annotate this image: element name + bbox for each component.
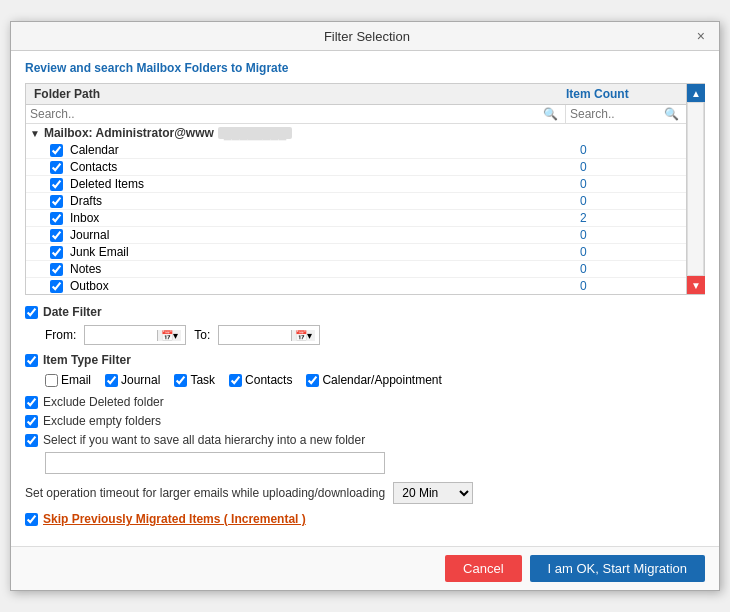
scroll-up-button[interactable]: ▲ — [687, 84, 705, 102]
folder-name-cell: Outbox — [30, 279, 580, 293]
folder-checkbox[interactable] — [50, 195, 63, 208]
item-type-filter-section: Item Type Filter Email Journal Task Con — [25, 353, 705, 387]
dialog-title: Filter Selection — [41, 29, 693, 44]
scroll-down-button[interactable]: ▼ — [687, 276, 705, 294]
date-filter-row: Date Filter — [25, 305, 705, 319]
date-filter-checkbox[interactable] — [25, 306, 38, 319]
to-date-input[interactable]: 6/28/2018 — [223, 328, 288, 342]
exclude-empty-row: Exclude empty folders — [25, 414, 705, 428]
table-row: Calendar 0 — [26, 142, 704, 159]
folder-name: Journal — [70, 228, 109, 242]
task-checkbox[interactable] — [174, 374, 187, 387]
table-row: Drafts 0 — [26, 193, 704, 210]
save-hierarchy-checkbox[interactable] — [25, 434, 38, 447]
exclude-deleted-checkbox[interactable] — [25, 396, 38, 409]
folder-count: 0 — [580, 228, 700, 242]
date-range-row: From: 5/ 2/2018 📅▾ To: 6/28/2018 📅▾ — [45, 325, 705, 345]
expand-icon: ▼ — [30, 128, 40, 139]
folder-name: Junk Email — [70, 245, 129, 259]
folder-search-input[interactable] — [30, 107, 543, 121]
from-date-wrapper: 5/ 2/2018 📅▾ — [84, 325, 186, 345]
timeout-label: Set operation timeout for larger emails … — [25, 486, 385, 500]
folder-name: Calendar — [70, 143, 119, 157]
folder-checkbox[interactable] — [50, 161, 63, 174]
journal-checkbox[interactable] — [105, 374, 118, 387]
count-search-input[interactable] — [570, 107, 664, 121]
date-filter-section: Date Filter From: 5/ 2/2018 📅▾ To: 6/28/… — [25, 305, 705, 345]
email-type-item: Email — [45, 373, 91, 387]
hierarchy-folder-input[interactable] — [45, 452, 385, 474]
folder-name: Outbox — [70, 279, 109, 293]
from-date-picker-button[interactable]: 📅▾ — [157, 330, 181, 341]
task-label: Task — [190, 373, 215, 387]
save-hierarchy-label: Select if you want to save all data hier… — [43, 433, 365, 447]
folder-name-cell: Deleted Items — [30, 177, 580, 191]
journal-label: Journal — [121, 373, 160, 387]
timeout-select[interactable]: 20 Min 30 Min 60 Min — [393, 482, 473, 504]
folder-list: ▼ Mailbox: Administrator@www ████████ Ca… — [26, 124, 704, 294]
to-date-wrapper: 6/28/2018 📅▾ — [218, 325, 320, 345]
item-type-filter-label: Item Type Filter — [43, 353, 131, 367]
journal-type-item: Journal — [105, 373, 160, 387]
table-row: Junk Email 0 — [26, 244, 704, 261]
filter-selection-dialog: Filter Selection × Review and search Mai… — [10, 21, 720, 591]
table-row: Outbox 0 — [26, 278, 704, 294]
table-row: Deleted Items 0 — [26, 176, 704, 193]
folder-name: Contacts — [70, 160, 117, 174]
folder-checkbox[interactable] — [50, 178, 63, 191]
incremental-checkbox[interactable] — [25, 513, 38, 526]
folder-name: Notes — [70, 262, 101, 276]
exclude-deleted-label: Exclude Deleted folder — [43, 395, 164, 409]
col-count-header: Item Count — [566, 87, 686, 101]
to-label: To: — [194, 328, 210, 342]
mailbox-label: Mailbox: Administrator@www — [44, 126, 214, 140]
folder-checkbox[interactable] — [50, 229, 63, 242]
calendar-type-item: Calendar/Appointment — [306, 373, 441, 387]
folder-checkbox[interactable] — [50, 246, 63, 259]
folder-table-wrapper: Folder Path Item Count 🔍 🔍 — [25, 83, 705, 295]
close-button[interactable]: × — [693, 28, 709, 44]
folder-table-header: Folder Path Item Count — [26, 84, 704, 105]
col-path-header: Folder Path — [26, 87, 566, 101]
exclude-empty-checkbox[interactable] — [25, 415, 38, 428]
to-date-picker-button[interactable]: 📅▾ — [291, 330, 315, 341]
timeout-row: Set operation timeout for larger emails … — [25, 482, 705, 504]
email-checkbox[interactable] — [45, 374, 58, 387]
folder-checkbox[interactable] — [50, 280, 63, 293]
folder-name-cell: Drafts — [30, 194, 580, 208]
from-date-input[interactable]: 5/ 2/2018 — [89, 328, 154, 342]
item-type-filter-row: Item Type Filter — [25, 353, 705, 367]
incremental-label: Skip Previously Migrated Items ( Increme… — [43, 512, 306, 526]
folder-name: Drafts — [70, 194, 102, 208]
calendar-checkbox[interactable] — [306, 374, 319, 387]
folder-checkbox[interactable] — [50, 263, 63, 276]
task-type-item: Task — [174, 373, 215, 387]
table-row: Journal 0 — [26, 227, 704, 244]
search-right-icon: 🔍 — [664, 107, 679, 121]
folder-name-cell: Calendar — [30, 143, 580, 157]
scroll-buttons: ▲ ▼ — [686, 84, 704, 294]
folder-count: 0 — [580, 194, 700, 208]
folder-count: 2 — [580, 211, 700, 225]
folder-search-row: 🔍 🔍 — [26, 105, 704, 124]
item-type-options-row: Email Journal Task Contacts Calendar/App… — [45, 373, 705, 387]
incremental-row: Skip Previously Migrated Items ( Increme… — [25, 512, 705, 526]
title-bar: Filter Selection × — [11, 22, 719, 51]
cancel-button[interactable]: Cancel — [445, 555, 521, 582]
dialog-footer: Cancel I am OK, Start Migration — [11, 546, 719, 590]
table-row: Contacts 0 — [26, 159, 704, 176]
folder-search-left: 🔍 — [26, 105, 566, 123]
item-type-filter-checkbox[interactable] — [25, 354, 38, 367]
folder-name-cell: Contacts — [30, 160, 580, 174]
folder-count: 0 — [580, 279, 700, 293]
folder-checkbox[interactable] — [50, 212, 63, 225]
folder-search-right: 🔍 — [566, 105, 686, 123]
folder-checkbox[interactable] — [50, 144, 63, 157]
folder-count: 0 — [580, 262, 700, 276]
dialog-body: Review and search Mailbox Folders to Mig… — [11, 51, 719, 546]
contacts-type-item: Contacts — [229, 373, 292, 387]
exclude-deleted-row: Exclude Deleted folder — [25, 395, 705, 409]
folder-name-cell: Inbox — [30, 211, 580, 225]
ok-start-migration-button[interactable]: I am OK, Start Migration — [530, 555, 705, 582]
contacts-type-checkbox[interactable] — [229, 374, 242, 387]
